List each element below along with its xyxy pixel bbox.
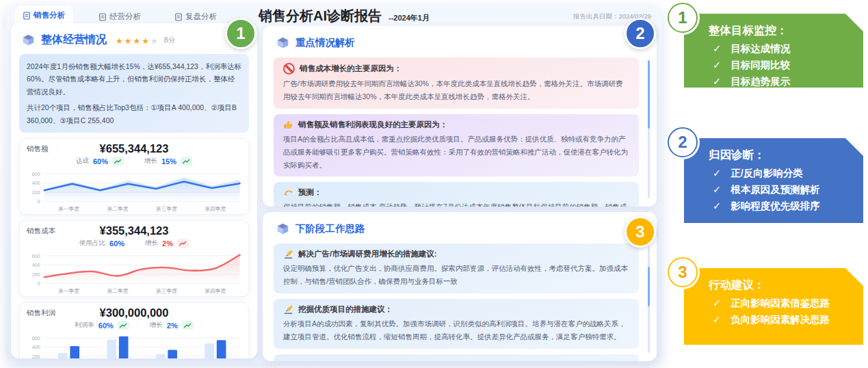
chart-stats: 利润率60%增长2% xyxy=(24,320,244,331)
svg-text:第四季度: 第四季度 xyxy=(205,288,226,294)
svg-text:600: 600 xyxy=(32,253,40,259)
svg-text:第一季度: 第一季度 xyxy=(58,206,79,212)
chart-stats: 达成60%增长15% xyxy=(24,156,244,167)
svg-text:400: 400 xyxy=(32,344,40,350)
annotation-title: 归因诊断： xyxy=(709,148,856,163)
svg-text:第二季度: 第二季度 xyxy=(107,206,128,212)
scrollbar-thumb[interactable] xyxy=(648,267,650,306)
annotation-number-badge: 1 xyxy=(668,3,698,33)
annotation-item: 正向影响因素借鉴思路 xyxy=(709,295,856,312)
star-icon: ★ xyxy=(133,36,142,46)
scrollbar[interactable] xyxy=(648,60,650,198)
trend-icon xyxy=(112,157,124,166)
star-icon: ★ xyxy=(124,36,133,46)
note-body: 分析项目A的成功因素，复制其优势。加强市场调研，识别类似的高利润项目。培养与潜在… xyxy=(283,317,629,343)
trend-icon xyxy=(118,321,129,330)
panel-title: 重点情况解析 xyxy=(295,36,355,49)
report-book-icon xyxy=(19,31,36,49)
annotation-action-suggestions: 行动建议： 正向影响因素借鉴思路 负向影响因素解决思路 xyxy=(684,268,863,345)
chart-stat: 增长15% xyxy=(144,157,192,166)
partial-card xyxy=(274,354,639,361)
overview-number-badge: 1 xyxy=(225,18,257,49)
overview-panel: 整体经营情况 ★★★★★ 8分 2024年度1月份销售额大幅增长15%，达¥65… xyxy=(11,23,257,358)
star-icon: ★ xyxy=(142,36,150,46)
summary-paragraph: 2024年度1月份销售额大幅增长15%，达¥655,344,123，利润率达标6… xyxy=(27,60,241,98)
screenshot-stage: 销售分析 经营分析 复盘分析 销售分析AI诊断报告 --2024年1月 报告出具… xyxy=(0,0,868,368)
tab-label: 销售分析 xyxy=(34,10,65,21)
sales-profit-chart-card: 销售利润 ¥300,000,000 利润率60%增长2% 0200400600第… xyxy=(19,302,249,358)
pencil-icon xyxy=(283,304,293,315)
note-title: 挖掘优质项目的措施建议： xyxy=(298,304,393,315)
sales-cost-line-chart: 0200400600第一季度第二季度第三季度第四季度 xyxy=(24,249,244,297)
annotation-title: 整体目标监控： xyxy=(709,23,856,38)
document-icon xyxy=(99,13,106,21)
note-body: 广告/市场调研费用较去年同期而言增幅达30%，本年度此类成本呈直线增长趋势，需格… xyxy=(283,77,629,103)
tab-label: 经营分析 xyxy=(109,12,141,22)
chart-total-value: ¥355,344,123 xyxy=(24,224,244,237)
pencil-icon xyxy=(283,249,293,259)
note-title: 预测： xyxy=(298,187,322,198)
next-phase-header: 下阶段工作思路 xyxy=(274,220,639,237)
note-title-row: 预测： xyxy=(283,187,629,198)
svg-text:第四季度: 第四季度 xyxy=(205,206,226,212)
note-title-row: 销售额及销售利润表现良好的主要原因为： xyxy=(283,120,629,130)
panel-title: 下阶段工作思路 xyxy=(295,222,365,235)
overview-panel-header: 整体经营情况 ★★★★★ 8分 xyxy=(19,31,249,49)
annotation-item: 根本原因及预测解析 xyxy=(709,182,856,198)
sales-profit-bar-chart: 0200400600第一季度第二季度第三季度第四季度 xyxy=(24,331,244,358)
note-title: 销售额及销售利润表现良好的主要原因为： xyxy=(298,120,448,130)
report-book-icon xyxy=(274,220,291,237)
analysis-number-badge: 2 xyxy=(624,18,656,49)
ad-cost-measures-card: 解决广告/市场调研费用增长的措施建议: 设定明确预算，优化广告支出，协商供应商费… xyxy=(274,244,639,293)
svg-text:600: 600 xyxy=(32,171,40,177)
svg-text:第一季度: 第一季度 xyxy=(58,288,79,294)
scrollbar[interactable] xyxy=(648,246,650,353)
annotation-number-badge: 3 xyxy=(668,257,698,287)
panel-title: 整体经营情况 xyxy=(41,33,107,47)
cost-growth-cause-card: 销售成本增长的主要原因为： 广告/市场调研费用较去年同期而言增幅达30%，本年度… xyxy=(274,57,639,109)
chart-title: 销售利润 xyxy=(27,308,55,318)
svg-text:200: 200 xyxy=(32,354,40,358)
annotation-item: 正/反向影响分类 xyxy=(709,166,856,182)
key-analysis-header: 重点情况解析 xyxy=(274,34,639,51)
key-analysis-panel: 重点情况解析 销售成本增长的主要原因为： 广告/市场调研费用较去年同期而言增幅达… xyxy=(263,26,657,207)
svg-text:第三季度: 第三季度 xyxy=(156,206,177,212)
chart-title: 销售额 xyxy=(27,144,49,154)
document-icon xyxy=(175,13,182,21)
annotation-item: 目标趋势展示 xyxy=(709,74,856,90)
chart-title: 销售成本 xyxy=(27,226,55,236)
scrollbar-thumb[interactable] xyxy=(648,60,650,129)
chart-stats: 使用占比60%增长2% xyxy=(24,238,244,249)
page-title: 销售分析AI诊断报告 xyxy=(259,7,382,25)
note-title-row: 解决广告/市场调研费用增长的措施建议: xyxy=(283,249,629,259)
note-title-row: 挖掘优质项目的措施建议： xyxy=(283,304,629,315)
svg-text:第三季度: 第三季度 xyxy=(156,288,177,294)
chart-stat: 利润率60% xyxy=(75,321,129,330)
chart-total-value: ¥300,000,000 xyxy=(24,306,244,319)
score-label: 8分 xyxy=(164,36,175,45)
chart-stat: 使用占比60% xyxy=(79,239,124,248)
summary-paragraph: 共计20个项目，销售额占比Top3包括：①项目A 400,000、②项目B 36… xyxy=(27,101,241,127)
note-title-row: 销售成本增长的主要原因为： xyxy=(283,63,629,75)
note-title: 销售成本增长的主要原因为： xyxy=(300,64,402,74)
thumbs-up-icon xyxy=(283,120,293,130)
next-phase-panel: 下阶段工作思路 解决广告/市场调研费用增长的措施建议: 设定明确预算，优化广告支… xyxy=(263,212,657,361)
chart-total-value: ¥655,344,123 xyxy=(24,142,244,155)
svg-text:0: 0 xyxy=(38,198,40,205)
chart-stat: 增长2% xyxy=(145,239,189,248)
annotation-attribution-diagnosis: 归因诊断： 正/反向影响分类 根本原因及预测解析 影响程度优先级排序 xyxy=(684,138,863,223)
annotation-title: 行动建议： xyxy=(709,278,856,293)
good-performance-cause-card: 销售额及销售利润表现良好的主要原因为： 项目A的金额占比高且成本低，需重点挖掘此… xyxy=(274,114,639,177)
annotation-goal-monitoring: 整体目标监控： 目标达成情况 目标同期比较 目标趋势展示 xyxy=(684,14,863,88)
note-title: 解决广告/市场调研费用增长的措施建议: xyxy=(298,249,437,259)
sales-cost-chart-card: 销售成本 ¥355,344,123 使用占比60%增长2% 0200400600… xyxy=(19,220,249,297)
svg-text:600: 600 xyxy=(32,335,40,341)
svg-text:400: 400 xyxy=(32,180,40,186)
report-container: 销售分析 经营分析 复盘分析 销售分析AI诊断报告 --2024年1月 报告出具… xyxy=(5,4,662,364)
svg-text:400: 400 xyxy=(32,262,40,268)
note-body: 设定明确预算，优化广告支出，协商供应商费用。探索内部资源，评估活动有效性，考虑替… xyxy=(283,262,629,288)
annotation-item: 负向影响因素解决思路 xyxy=(709,312,856,328)
no-entry-icon xyxy=(283,63,295,75)
annotation-item: 目标同期比较 xyxy=(709,57,856,74)
svg-text:200: 200 xyxy=(32,189,40,196)
